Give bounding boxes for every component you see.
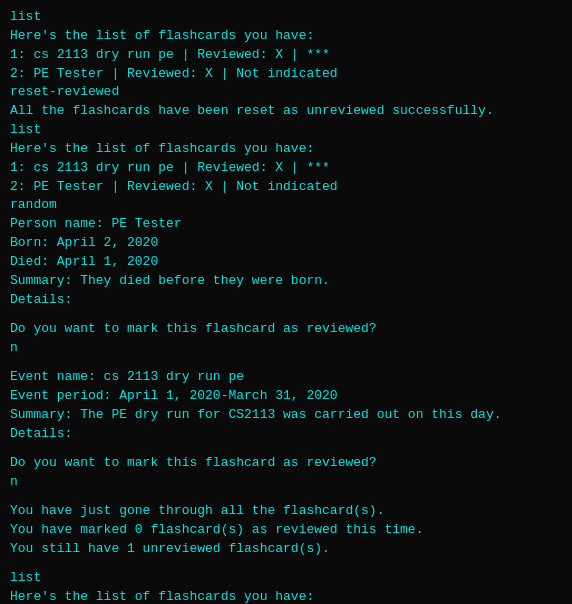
terminal-line: Summary: They died before they were born… [10,272,562,291]
terminal-line: Died: April 1, 2020 [10,253,562,272]
terminal-line: reset-reviewed [10,83,562,102]
terminal-line [10,491,562,501]
terminal-line: 1: cs 2113 dry run pe | Reviewed: X | **… [10,46,562,65]
terminal-line: 1: cs 2113 dry run pe | Reviewed: X | **… [10,159,562,178]
terminal-line: random [10,196,562,215]
terminal-line: You have just gone through all the flash… [10,502,562,521]
terminal-output: listHere's the list of flashcards you ha… [10,8,562,604]
terminal-line: list [10,8,562,27]
terminal-line: Event period: April 1, 2020-March 31, 20… [10,387,562,406]
terminal-line: Here's the list of flashcards you have: [10,27,562,46]
terminal-line: Event name: cs 2113 dry run pe [10,368,562,387]
terminal-line: Do you want to mark this flashcard as re… [10,454,562,473]
terminal-line: 2: PE Tester | Reviewed: X | Not indicat… [10,178,562,197]
terminal-line: You still have 1 unreviewed flashcard(s)… [10,540,562,559]
terminal-line: Details: [10,291,562,310]
terminal-line: 2: PE Tester | Reviewed: X | Not indicat… [10,65,562,84]
terminal-line: All the flashcards have been reset as un… [10,102,562,121]
terminal-line: Person name: PE Tester [10,215,562,234]
terminal-line: Born: April 2, 2020 [10,234,562,253]
terminal-line: list [10,121,562,140]
terminal-line: Do you want to mark this flashcard as re… [10,320,562,339]
terminal-line: n [10,473,562,492]
terminal-line: You have marked 0 flashcard(s) as review… [10,521,562,540]
terminal-line [10,558,562,568]
terminal-line: Summary: The PE dry run for CS2113 was c… [10,406,562,425]
terminal-line [10,358,562,368]
terminal-line [10,443,562,453]
terminal-line: n [10,339,562,358]
terminal-line: list [10,569,562,588]
terminal-line: Details: [10,425,562,444]
terminal-line: Here's the list of flashcards you have: [10,588,562,604]
terminal-line: Here's the list of flashcards you have: [10,140,562,159]
terminal-line [10,310,562,320]
